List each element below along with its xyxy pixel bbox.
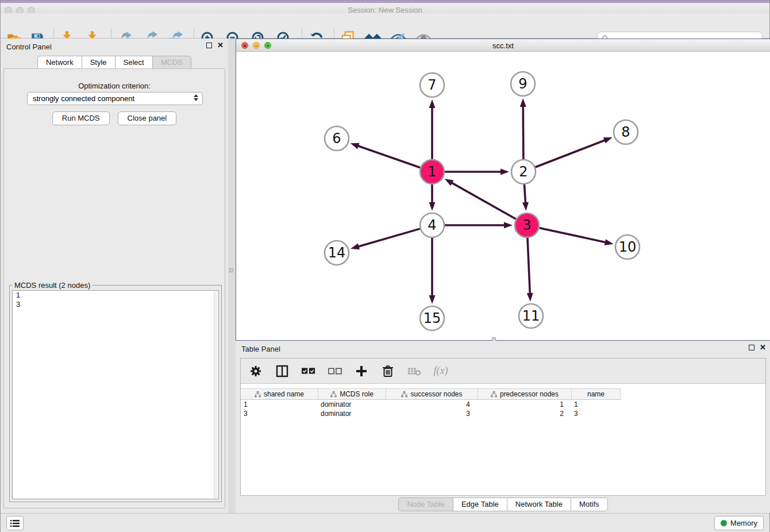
tab-motifs[interactable]: Motifs bbox=[571, 498, 608, 511]
graph-edge-3-10[interactable] bbox=[539, 228, 606, 242]
delete-column-icon[interactable] bbox=[381, 364, 395, 378]
network-view-window: ✕ − + scc.txt 7968124314101511 bbox=[236, 38, 770, 341]
task-history-button[interactable] bbox=[6, 516, 24, 530]
column-label: shared name bbox=[264, 390, 304, 398]
node-table: shared nameMCDS rolesuccessor nodesprede… bbox=[241, 388, 765, 495]
table-toolbar: f(x) bbox=[241, 358, 765, 384]
edge-arrowhead-icon bbox=[605, 239, 614, 245]
sort-hierarchy-icon bbox=[491, 391, 497, 398]
graph-edge-2-8[interactable] bbox=[536, 140, 606, 167]
node-label: 15 bbox=[424, 310, 441, 326]
panel-divider[interactable] bbox=[228, 38, 236, 513]
list-item[interactable]: 3 bbox=[13, 300, 218, 309]
optimization-criterion-label: Optimization criterion: bbox=[4, 82, 225, 90]
edge-arrowhead-icon bbox=[500, 169, 509, 175]
scrollbar[interactable] bbox=[214, 291, 218, 498]
column-header-successor-nodes[interactable]: successor nodes bbox=[386, 388, 478, 400]
table-cell: 3 bbox=[386, 409, 478, 418]
clear-checkboxes-icon[interactable] bbox=[328, 364, 342, 378]
table-row[interactable]: 1dominator411 bbox=[241, 400, 765, 409]
list-item[interactable]: 1 bbox=[13, 291, 218, 300]
table-row[interactable]: 3dominator323 bbox=[241, 409, 765, 418]
select-all-checkboxes-icon[interactable] bbox=[302, 364, 315, 378]
float-panel-icon[interactable] bbox=[206, 43, 212, 48]
network-graph-canvas[interactable]: 7968124314101511 bbox=[236, 52, 770, 340]
graph-edge-3-11[interactable] bbox=[528, 238, 530, 294]
graph-edge-3-1[interactable] bbox=[451, 183, 516, 219]
table-cell: 3 bbox=[572, 409, 621, 418]
divider-handle[interactable] bbox=[229, 268, 233, 272]
mcds-result-title: MCDS result (2 nodes) bbox=[13, 281, 92, 290]
table-cell: 1 bbox=[241, 400, 318, 409]
gear-icon[interactable] bbox=[249, 364, 263, 378]
network-title: scc.txt bbox=[236, 41, 770, 50]
main-toolbar bbox=[1, 13, 769, 38]
network-window-titlebar[interactable]: ✕ − + scc.txt bbox=[236, 39, 770, 52]
node-label: 1 bbox=[428, 164, 436, 180]
memory-label: Memory bbox=[730, 519, 757, 527]
column-label: successor nodes bbox=[410, 390, 462, 398]
main-titlebar: Session: New Session bbox=[1, 3, 769, 13]
tab-mcds[interactable]: MCDS bbox=[152, 56, 191, 70]
run-mcds-button[interactable]: Run MCDS bbox=[52, 111, 110, 125]
node-label: 3 bbox=[522, 217, 531, 233]
node-label: 2 bbox=[519, 164, 528, 180]
float-panel-icon[interactable] bbox=[749, 345, 754, 350]
edge-arrowhead-icon bbox=[527, 293, 533, 302]
add-column-icon[interactable] bbox=[355, 364, 368, 378]
node-label: 8 bbox=[621, 124, 630, 140]
edge-arrowhead-icon bbox=[522, 202, 529, 211]
control-panel: Control Panel ✕ Network Style Select MCD… bbox=[1, 38, 228, 513]
edge-arrowhead-icon bbox=[504, 222, 513, 229]
close-panel-button[interactable]: Close panel bbox=[118, 111, 177, 125]
edge-arrowhead-icon bbox=[520, 98, 526, 107]
sort-hierarchy-icon bbox=[330, 391, 337, 398]
tab-network[interactable]: Network bbox=[37, 56, 82, 70]
table-cell: 2 bbox=[478, 409, 572, 418]
control-panel-title: Control Panel bbox=[6, 43, 52, 51]
close-panel-icon[interactable]: ✕ bbox=[217, 43, 224, 48]
table-body: 1dominator4113dominator323 bbox=[241, 400, 765, 418]
table-panel-title: Table Panel bbox=[241, 345, 280, 353]
table-cell: dominator bbox=[318, 400, 386, 409]
optimization-criterion-select[interactable]: strongly connected component bbox=[27, 92, 203, 105]
edge-arrowhead-icon bbox=[351, 244, 360, 250]
graph-edge-4-14[interactable] bbox=[358, 229, 420, 246]
node-label: 14 bbox=[328, 245, 346, 261]
column-label: predecessor nodes bbox=[500, 390, 559, 398]
column-header-MCDS-role[interactable]: MCDS role bbox=[318, 388, 386, 400]
edge-arrowhead-icon bbox=[429, 202, 436, 211]
column-label: MCDS role bbox=[340, 390, 374, 398]
graph-edge-2-3[interactable] bbox=[524, 184, 525, 203]
mcds-result-groupbox: MCDS result (2 nodes) 1 3 bbox=[9, 285, 222, 502]
node-label: 4 bbox=[428, 217, 436, 233]
close-panel-icon[interactable]: ✕ bbox=[760, 345, 766, 350]
split-column-icon[interactable] bbox=[275, 364, 289, 378]
column-header-predecessor-nodes[interactable]: predecessor nodes bbox=[478, 388, 572, 400]
tab-edge-table[interactable]: Edge Table bbox=[453, 498, 507, 511]
column-header-name[interactable]: name bbox=[572, 388, 621, 400]
node-label: 10 bbox=[619, 239, 637, 255]
table-cell: dominator bbox=[318, 409, 386, 418]
delete-table-icon[interactable] bbox=[407, 364, 421, 378]
sort-hierarchy-icon bbox=[401, 391, 407, 398]
table-cell: 1 bbox=[478, 400, 572, 409]
edge-arrowhead-icon bbox=[603, 137, 613, 144]
edge-arrowhead-icon bbox=[429, 295, 436, 304]
memory-button[interactable]: Memory bbox=[714, 516, 764, 530]
mcds-panel-body: Optimization criterion: strongly connect… bbox=[3, 68, 225, 508]
table-tabs: Node TableEdge TableNetwork TableMotifs bbox=[398, 498, 607, 511]
tab-node-table[interactable]: Node Table bbox=[398, 498, 453, 511]
node-label: 9 bbox=[518, 76, 527, 92]
function-builder-icon[interactable]: f(x) bbox=[434, 364, 448, 378]
list-icon bbox=[10, 519, 20, 527]
tab-network-table[interactable]: Network Table bbox=[507, 498, 571, 511]
graph-edge-2-9[interactable] bbox=[523, 106, 523, 159]
tab-style[interactable]: Style bbox=[82, 56, 115, 70]
column-header-shared-name[interactable]: shared name bbox=[241, 388, 318, 400]
node-table-box: f(x) shared nameMCDS rolesuccessor nodes… bbox=[240, 358, 766, 496]
graph-edge-1-6[interactable] bbox=[357, 146, 420, 168]
tab-select[interactable]: Select bbox=[115, 56, 152, 70]
mcds-result-list[interactable]: 1 3 bbox=[12, 290, 219, 499]
application-window: Session: New Session bbox=[0, 0, 770, 532]
